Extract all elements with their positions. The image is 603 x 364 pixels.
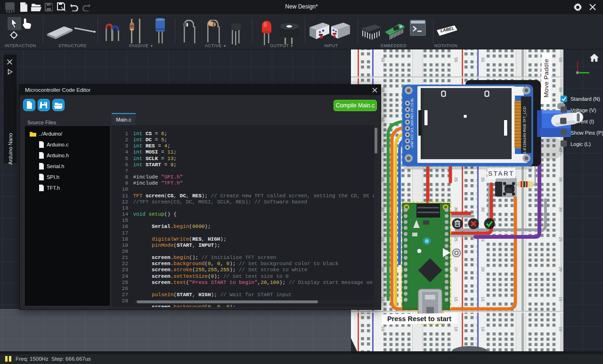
svg-text:10: 10 [381, 326, 385, 331]
svg-text:15: 15 [558, 297, 563, 301]
svg-text:Press Reset to start: Press Reset to start [387, 315, 451, 323]
svg-text:10: 10 [454, 326, 458, 331]
svg-text:35: 35 [558, 177, 563, 182]
svg-text:45: 45 [381, 117, 385, 122]
svg-text:20: 20 [454, 267, 458, 271]
svg-text:35: 35 [454, 177, 458, 182]
svg-text:15: 15 [454, 297, 458, 301]
svg-text:30: 30 [481, 207, 485, 211]
svg-text:START: START [488, 170, 514, 177]
svg-text:Logic (L): Logic (L) [570, 141, 591, 147]
svg-text:15: 15 [481, 297, 485, 301]
svg-text:1.8'128x160 RGB TFT_LCD: 1.8'128x160 RGB TFT_LCD [522, 106, 527, 154]
svg-text:50: 50 [381, 87, 385, 92]
svg-text:55: 55 [454, 57, 458, 62]
svg-text:Show Pins (P): Show Pins (P) [570, 130, 603, 136]
svg-text:Move Paddle: Move Paddle [543, 59, 550, 97]
svg-text:20: 20 [558, 267, 563, 271]
svg-text:25: 25 [381, 237, 385, 242]
svg-text:10: 10 [481, 326, 485, 331]
svg-text:40: 40 [381, 147, 385, 152]
svg-text:20: 20 [481, 267, 485, 271]
svg-text:50: 50 [558, 87, 563, 92]
svg-text:35: 35 [481, 177, 485, 182]
svg-text:35: 35 [381, 177, 385, 182]
svg-text:Voltage (V): Voltage (V) [570, 107, 596, 113]
svg-text:55: 55 [558, 57, 563, 62]
svg-text:30: 30 [558, 207, 563, 211]
svg-text:30: 30 [381, 207, 385, 211]
svg-text:Standard (N): Standard (N) [570, 96, 600, 102]
svg-text:55: 55 [481, 57, 485, 62]
svg-text:25: 25 [558, 237, 563, 242]
svg-text:10: 10 [558, 326, 563, 331]
svg-text:15: 15 [381, 297, 385, 301]
svg-text:30: 30 [454, 207, 458, 211]
svg-text:20: 20 [381, 267, 385, 271]
svg-text:55: 55 [381, 57, 385, 62]
svg-text:25: 25 [454, 237, 458, 242]
svg-text:GND VCC SCL SDA RES DC CS BL: GND VCC SCL SDA RES DC CS BL [410, 98, 414, 148]
